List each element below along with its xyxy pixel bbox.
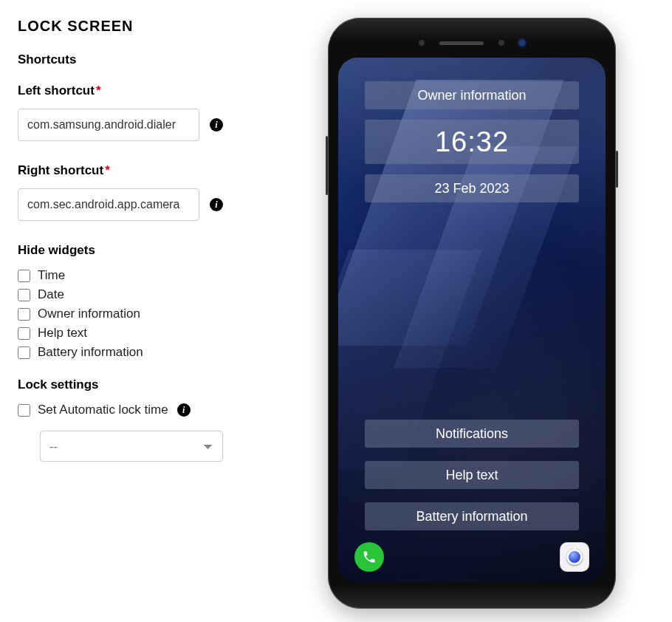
hide-time-row[interactable]: Time — [18, 268, 298, 283]
auto-lock-checkbox[interactable] — [18, 404, 30, 417]
phone-top-bezel — [338, 28, 606, 58]
hide-help-checkbox[interactable] — [18, 327, 30, 340]
hide-owner-label: Owner information — [38, 307, 140, 321]
hide-owner-checkbox[interactable] — [18, 308, 30, 321]
hide-help-row[interactable]: Help text — [18, 326, 298, 341]
auto-lock-row[interactable]: Set Automatic lock time i — [18, 403, 298, 417]
right-shortcut-label: Right shortcut* — [18, 163, 298, 178]
page-title: LOCK SCREEN — [18, 18, 298, 35]
info-icon[interactable]: i — [210, 198, 223, 211]
hide-help-label: Help text — [38, 326, 87, 341]
required-asterisk: * — [96, 83, 101, 98]
auto-lock-label: Set Automatic lock time — [38, 403, 168, 417]
led-dot — [519, 40, 525, 46]
left-shortcut-input[interactable] — [18, 109, 199, 141]
hide-date-label: Date — [38, 287, 64, 302]
right-shortcut-input[interactable] — [18, 188, 199, 221]
camera-lens — [566, 549, 583, 565]
shortcuts-heading: Shortcuts — [18, 52, 298, 67]
right-shortcut-label-text: Right shortcut — [18, 163, 103, 177]
hide-date-checkbox[interactable] — [18, 289, 30, 301]
left-shortcut-label-text: Left shortcut — [18, 83, 95, 98]
phone-preview: Owner information 16:32 23 Feb 2023 Noti… — [328, 18, 616, 609]
speaker-grille — [439, 41, 484, 45]
camera-dot — [498, 40, 504, 46]
phone-icon — [354, 542, 384, 572]
preview-date: 23 Feb 2023 — [365, 174, 579, 202]
preview-battery-info: Battery information — [365, 502, 579, 530]
auto-lock-select[interactable]: -- — [40, 431, 223, 462]
lock-settings-heading: Lock settings — [18, 377, 298, 392]
hide-date-row[interactable]: Date — [18, 287, 298, 302]
left-shortcut-label: Left shortcut* — [18, 83, 298, 98]
hide-time-label: Time — [38, 268, 65, 283]
settings-panel: LOCK SCREEN Shortcuts Left shortcut* i R… — [18, 18, 298, 462]
camera-icon — [560, 542, 589, 572]
sensor-dot — [419, 40, 425, 46]
preview-time: 16:32 — [365, 120, 579, 164]
hide-widgets-heading: Hide widgets — [18, 243, 298, 258]
info-icon[interactable]: i — [177, 403, 191, 417]
info-icon[interactable]: i — [210, 118, 223, 131]
hide-owner-row[interactable]: Owner information — [18, 307, 298, 321]
hide-time-checkbox[interactable] — [18, 270, 30, 282]
hide-battery-checkbox[interactable] — [18, 346, 30, 359]
required-asterisk: * — [105, 163, 110, 177]
preview-notifications: Notifications — [365, 420, 579, 448]
preview-owner-info: Owner information — [365, 81, 579, 109]
hide-battery-row[interactable]: Battery information — [18, 345, 298, 360]
hide-battery-label: Battery information — [38, 345, 143, 360]
lock-screen-preview: Owner information 16:32 23 Feb 2023 Noti… — [338, 58, 606, 582]
preview-help-text: Help text — [365, 461, 579, 489]
